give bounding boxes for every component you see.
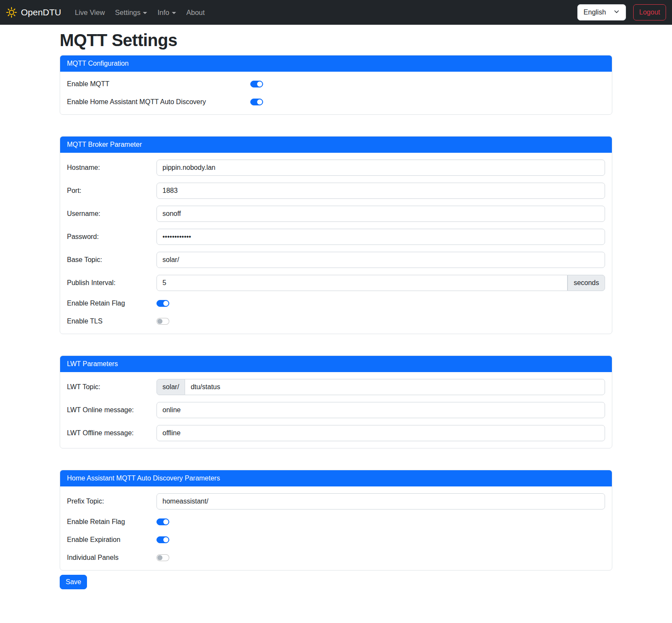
- nav-item-label: About: [186, 9, 205, 17]
- row-lwt-offline: LWT Offline message:: [67, 425, 605, 441]
- caret-down-icon: [143, 12, 147, 14]
- row-individual-panels: Individual Panels: [67, 552, 605, 563]
- row-enable-retain-flag: Enable Retain Flag: [67, 298, 605, 309]
- field-col: [250, 99, 605, 105]
- navbar-brand[interactable]: OpenDTU: [6, 7, 61, 18]
- publish-interval-group: seconds: [156, 275, 605, 291]
- publish-interval-label: Publish Interval:: [67, 279, 156, 287]
- save-button[interactable]: Save: [60, 575, 87, 589]
- brand-label: OpenDTU: [21, 7, 61, 17]
- base-topic-input[interactable]: [156, 252, 605, 268]
- navbar-right: English Logout: [577, 4, 666, 20]
- nav-item-label: Info: [157, 9, 169, 17]
- hass-retain-flag-toggle[interactable]: [156, 518, 169, 525]
- hass-expiration-label: Enable Expiration: [67, 536, 156, 544]
- card-lwt-parameters: LWT Parameters LWT Topic: solar/ LWT Onl…: [60, 355, 612, 448]
- language-select-value: English: [584, 9, 606, 16]
- field-col: [156, 518, 605, 525]
- navbar: OpenDTU Live View Settings Info About En…: [0, 0, 672, 25]
- card-header-hass-discovery: Home Assistant MQTT Auto Discovery Param…: [60, 470, 612, 486]
- language-select[interactable]: English: [577, 4, 626, 20]
- username-input[interactable]: [156, 206, 605, 222]
- row-hostname: Hostname:: [67, 160, 605, 176]
- field-col: seconds: [156, 275, 605, 291]
- field-col: [156, 160, 605, 176]
- individual-panels-toggle[interactable]: [156, 554, 169, 561]
- port-input[interactable]: [156, 183, 605, 199]
- password-label: Password:: [67, 233, 156, 241]
- nav-item-about[interactable]: About: [183, 5, 208, 20]
- row-publish-interval: Publish Interval: seconds: [67, 275, 605, 291]
- nav-item-live-view[interactable]: Live View: [72, 5, 108, 20]
- publish-interval-input[interactable]: [156, 275, 568, 291]
- password-input[interactable]: [156, 229, 605, 245]
- enable-retain-flag-label: Enable Retain Flag: [67, 300, 156, 307]
- hostname-input[interactable]: [156, 160, 605, 176]
- nav-item-info[interactable]: Info: [154, 5, 180, 20]
- lwt-topic-group: solar/: [156, 379, 605, 395]
- port-label: Port:: [67, 187, 156, 195]
- nav-item-label: Live View: [75, 9, 105, 17]
- publish-interval-unit-addon: seconds: [568, 275, 605, 291]
- card-body: Prefix Topic: Enable Retain Flag Enable …: [60, 486, 612, 570]
- field-col: [156, 425, 605, 441]
- username-label: Username:: [67, 210, 156, 218]
- field-col: [156, 300, 605, 307]
- field-col: [156, 536, 605, 543]
- card-header-mqtt-broker: MQTT Broker Parameter: [60, 137, 612, 153]
- field-col: [156, 402, 605, 418]
- row-lwt-topic: LWT Topic: solar/: [67, 379, 605, 395]
- enable-mqtt-toggle[interactable]: [250, 81, 263, 87]
- card-body: Hostname: Port: Username: Password:: [60, 153, 612, 334]
- card-header-lwt-parameters: LWT Parameters: [60, 356, 612, 372]
- lwt-online-label: LWT Online message:: [67, 406, 156, 414]
- row-username: Username:: [67, 206, 605, 222]
- prefix-topic-input[interactable]: [156, 493, 605, 509]
- card-body: LWT Topic: solar/ LWT Online message: LW…: [60, 372, 612, 448]
- card-header-mqtt-configuration: MQTT Configuration: [60, 55, 612, 72]
- hostname-label: Hostname:: [67, 164, 156, 172]
- enable-hass-discovery-label: Enable Home Assistant MQTT Auto Discover…: [67, 98, 250, 106]
- lwt-topic-label: LWT Topic:: [67, 383, 156, 391]
- card-mqtt-configuration: MQTT Configuration Enable MQTT Enable Ho…: [60, 55, 612, 115]
- row-enable-hass-discovery: Enable Home Assistant MQTT Auto Discover…: [67, 96, 605, 108]
- field-col: solar/: [156, 379, 605, 395]
- row-hass-expiration: Enable Expiration: [67, 534, 605, 545]
- main-content: MQTT Settings MQTT Configuration Enable …: [55, 31, 617, 600]
- sun-icon: [6, 7, 17, 18]
- card-mqtt-broker: MQTT Broker Parameter Hostname: Port: Us…: [60, 136, 612, 334]
- base-topic-label: Base Topic:: [67, 256, 156, 264]
- field-col: [156, 318, 605, 325]
- logout-button[interactable]: Logout: [633, 4, 666, 20]
- enable-tls-label: Enable TLS: [67, 317, 156, 325]
- row-prefix-topic: Prefix Topic:: [67, 493, 605, 509]
- field-col: [156, 183, 605, 199]
- enable-mqtt-label: Enable MQTT: [67, 80, 250, 88]
- chevron-down-icon: [614, 9, 620, 16]
- card-body: Enable MQTT Enable Home Assistant MQTT A…: [60, 72, 612, 114]
- lwt-offline-label: LWT Offline message:: [67, 429, 156, 437]
- enable-tls-toggle[interactable]: [156, 318, 169, 325]
- field-col: [250, 81, 605, 87]
- field-col: [156, 229, 605, 245]
- row-base-topic: Base Topic:: [67, 252, 605, 268]
- hass-retain-flag-label: Enable Retain Flag: [67, 518, 156, 526]
- row-hass-retain-flag: Enable Retain Flag: [67, 516, 605, 527]
- card-hass-discovery: Home Assistant MQTT Auto Discovery Param…: [60, 470, 612, 571]
- field-col: [156, 252, 605, 268]
- field-col: [156, 493, 605, 509]
- enable-retain-flag-toggle[interactable]: [156, 300, 169, 307]
- nav-item-settings[interactable]: Settings: [112, 5, 151, 20]
- page-title: MQTT Settings: [60, 31, 612, 50]
- enable-hass-discovery-toggle[interactable]: [250, 99, 263, 105]
- prefix-topic-label: Prefix Topic:: [67, 498, 156, 505]
- hass-expiration-toggle[interactable]: [156, 536, 169, 543]
- lwt-online-input[interactable]: [156, 402, 605, 418]
- nav-item-label: Settings: [115, 9, 141, 17]
- field-col: [156, 206, 605, 222]
- lwt-offline-input[interactable]: [156, 425, 605, 441]
- row-lwt-online: LWT Online message:: [67, 402, 605, 418]
- caret-down-icon: [172, 12, 176, 14]
- lwt-topic-input[interactable]: [185, 379, 605, 395]
- lwt-topic-prefix-addon: solar/: [156, 379, 185, 395]
